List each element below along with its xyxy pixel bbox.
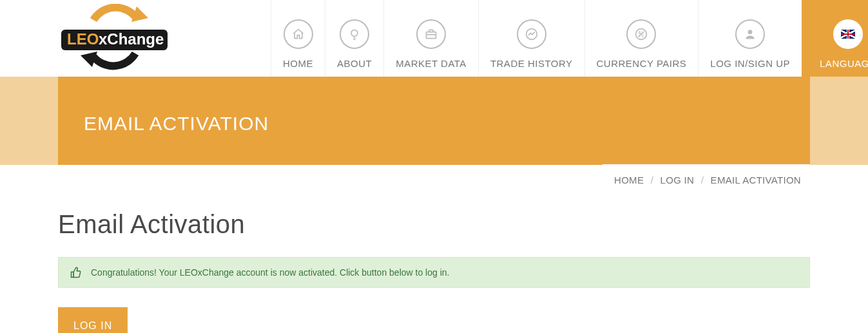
briefcase-icon: [416, 19, 446, 49]
logo-text-leo: LEO: [67, 30, 99, 48]
home-icon: [284, 19, 313, 49]
band-title: EMAIL ACTIVATION: [84, 113, 269, 135]
currency-icon: ₺£: [626, 19, 656, 49]
success-alert: Congratulations! Your LEOxChange account…: [58, 257, 810, 288]
header: LEO xChange HOME ABOUT MARKET DATA: [0, 0, 868, 77]
svg-point-3: [351, 30, 358, 36]
svg-text:£: £: [642, 33, 644, 38]
page-title: Email Activation: [58, 210, 810, 239]
nav-currency-pairs[interactable]: ₺£ CURRENCY PAIRS: [584, 0, 699, 77]
flag-icon: [833, 19, 863, 49]
nav-home-label: HOME: [283, 58, 313, 69]
nav-trade-history[interactable]: TRADE HISTORY: [478, 0, 584, 77]
login-button[interactable]: LOG IN: [58, 307, 128, 333]
breadcrumb-sep: /: [701, 175, 704, 186]
nav-home[interactable]: HOME: [271, 0, 325, 77]
logo-area: LEO xChange: [0, 0, 271, 77]
title-band-wrap: EMAIL ACTIVATION HOME / LOG IN / EMAIL A…: [0, 77, 868, 165]
breadcrumb: HOME / LOG IN / EMAIL ACTIVATION: [603, 164, 810, 196]
band-side-left: [0, 77, 58, 165]
nav-language-label: LANGUAGE: [820, 58, 868, 69]
user-icon: [735, 19, 765, 49]
svg-rect-14: [72, 272, 74, 277]
main-nav: HOME ABOUT MARKET DATA TRADE HISTORY ₺£ …: [271, 0, 868, 77]
chart-icon: [517, 19, 546, 49]
nav-login-signup-label: LOG IN/SIGN UP: [710, 58, 790, 69]
nav-about[interactable]: ABOUT: [325, 0, 383, 77]
lightbulb-icon: [340, 19, 369, 49]
nav-login-signup[interactable]: LOG IN/SIGN UP: [698, 0, 802, 77]
breadcrumb-current: EMAIL ACTIVATION: [711, 175, 801, 186]
alert-text: Congratulations! Your LEOxChange account…: [91, 267, 449, 278]
nav-market-data[interactable]: MARKET DATA: [383, 0, 478, 77]
band-side-right: [810, 77, 868, 165]
breadcrumb-login[interactable]: LOG IN: [661, 175, 695, 186]
nav-language[interactable]: LANGUAGE: [802, 0, 868, 77]
title-band: EMAIL ACTIVATION HOME / LOG IN / EMAIL A…: [58, 77, 810, 165]
nav-about-label: ABOUT: [337, 58, 372, 69]
nav-market-data-label: MARKET DATA: [396, 58, 467, 69]
breadcrumb-home[interactable]: HOME: [614, 175, 644, 186]
logo-text-xchange: xChange: [99, 30, 164, 48]
breadcrumb-sep: /: [651, 175, 653, 186]
svg-point-13: [748, 30, 753, 34]
nav-trade-history-label: TRADE HISTORY: [490, 58, 573, 69]
nav-currency-pairs-label: CURRENCY PAIRS: [597, 58, 687, 69]
thumbs-up-icon: [70, 267, 82, 278]
logo[interactable]: LEO xChange: [58, 4, 171, 73]
